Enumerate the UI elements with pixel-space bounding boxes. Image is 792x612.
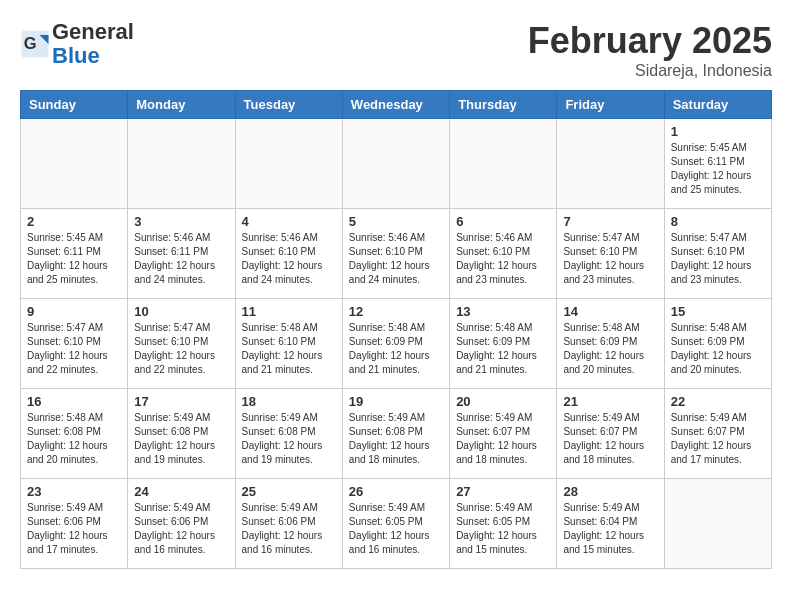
day-cell-16: 16Sunrise: 5:48 AM Sunset: 6:08 PM Dayli… — [21, 389, 128, 479]
day-number: 7 — [563, 214, 657, 229]
day-info: Sunrise: 5:49 AM Sunset: 6:07 PM Dayligh… — [671, 411, 765, 467]
day-info: Sunrise: 5:46 AM Sunset: 6:10 PM Dayligh… — [242, 231, 336, 287]
day-number: 20 — [456, 394, 550, 409]
day-info: Sunrise: 5:49 AM Sunset: 6:05 PM Dayligh… — [456, 501, 550, 557]
day-number: 4 — [242, 214, 336, 229]
logo: G General Blue — [20, 20, 134, 68]
day-info: Sunrise: 5:49 AM Sunset: 6:08 PM Dayligh… — [242, 411, 336, 467]
day-info: Sunrise: 5:49 AM Sunset: 6:05 PM Dayligh… — [349, 501, 443, 557]
day-cell-7: 7Sunrise: 5:47 AM Sunset: 6:10 PM Daylig… — [557, 209, 664, 299]
day-info: Sunrise: 5:48 AM Sunset: 6:09 PM Dayligh… — [456, 321, 550, 377]
day-info: Sunrise: 5:48 AM Sunset: 6:08 PM Dayligh… — [27, 411, 121, 467]
day-info: Sunrise: 5:49 AM Sunset: 6:06 PM Dayligh… — [242, 501, 336, 557]
day-number: 19 — [349, 394, 443, 409]
logo-icon: G — [20, 29, 50, 59]
day-number: 21 — [563, 394, 657, 409]
day-cell-4: 4Sunrise: 5:46 AM Sunset: 6:10 PM Daylig… — [235, 209, 342, 299]
day-number: 17 — [134, 394, 228, 409]
week-row-1: 1Sunrise: 5:45 AM Sunset: 6:11 PM Daylig… — [21, 119, 772, 209]
day-cell-8: 8Sunrise: 5:47 AM Sunset: 6:10 PM Daylig… — [664, 209, 771, 299]
day-cell-15: 15Sunrise: 5:48 AM Sunset: 6:09 PM Dayli… — [664, 299, 771, 389]
day-info: Sunrise: 5:48 AM Sunset: 6:09 PM Dayligh… — [349, 321, 443, 377]
week-row-4: 16Sunrise: 5:48 AM Sunset: 6:08 PM Dayli… — [21, 389, 772, 479]
day-number: 3 — [134, 214, 228, 229]
day-number: 9 — [27, 304, 121, 319]
weekday-header-wednesday: Wednesday — [342, 91, 449, 119]
day-number: 28 — [563, 484, 657, 499]
day-number: 8 — [671, 214, 765, 229]
week-row-5: 23Sunrise: 5:49 AM Sunset: 6:06 PM Dayli… — [21, 479, 772, 569]
empty-cell — [235, 119, 342, 209]
weekday-header-monday: Monday — [128, 91, 235, 119]
day-number: 18 — [242, 394, 336, 409]
week-row-2: 2Sunrise: 5:45 AM Sunset: 6:11 PM Daylig… — [21, 209, 772, 299]
day-cell-14: 14Sunrise: 5:48 AM Sunset: 6:09 PM Dayli… — [557, 299, 664, 389]
day-info: Sunrise: 5:47 AM Sunset: 6:10 PM Dayligh… — [134, 321, 228, 377]
day-cell-10: 10Sunrise: 5:47 AM Sunset: 6:10 PM Dayli… — [128, 299, 235, 389]
day-number: 16 — [27, 394, 121, 409]
day-info: Sunrise: 5:45 AM Sunset: 6:11 PM Dayligh… — [27, 231, 121, 287]
location-title: Sidareja, Indonesia — [528, 62, 772, 80]
day-number: 12 — [349, 304, 443, 319]
day-cell-21: 21Sunrise: 5:49 AM Sunset: 6:07 PM Dayli… — [557, 389, 664, 479]
empty-cell — [342, 119, 449, 209]
day-number: 14 — [563, 304, 657, 319]
day-info: Sunrise: 5:48 AM Sunset: 6:09 PM Dayligh… — [563, 321, 657, 377]
weekday-header-tuesday: Tuesday — [235, 91, 342, 119]
day-number: 11 — [242, 304, 336, 319]
svg-text:G: G — [24, 34, 37, 52]
day-cell-5: 5Sunrise: 5:46 AM Sunset: 6:10 PM Daylig… — [342, 209, 449, 299]
month-title: February 2025 — [528, 20, 772, 62]
day-number: 13 — [456, 304, 550, 319]
day-info: Sunrise: 5:46 AM Sunset: 6:10 PM Dayligh… — [349, 231, 443, 287]
day-cell-13: 13Sunrise: 5:48 AM Sunset: 6:09 PM Dayli… — [450, 299, 557, 389]
day-info: Sunrise: 5:46 AM Sunset: 6:10 PM Dayligh… — [456, 231, 550, 287]
day-number: 1 — [671, 124, 765, 139]
day-info: Sunrise: 5:49 AM Sunset: 6:06 PM Dayligh… — [134, 501, 228, 557]
day-cell-6: 6Sunrise: 5:46 AM Sunset: 6:10 PM Daylig… — [450, 209, 557, 299]
day-cell-27: 27Sunrise: 5:49 AM Sunset: 6:05 PM Dayli… — [450, 479, 557, 569]
logo-general-text: General — [52, 19, 134, 44]
title-block: February 2025 Sidareja, Indonesia — [528, 20, 772, 80]
day-info: Sunrise: 5:48 AM Sunset: 6:10 PM Dayligh… — [242, 321, 336, 377]
empty-cell — [128, 119, 235, 209]
day-number: 22 — [671, 394, 765, 409]
day-info: Sunrise: 5:49 AM Sunset: 6:07 PM Dayligh… — [456, 411, 550, 467]
logo-blue-text: Blue — [52, 43, 100, 68]
day-cell-1: 1Sunrise: 5:45 AM Sunset: 6:11 PM Daylig… — [664, 119, 771, 209]
day-cell-22: 22Sunrise: 5:49 AM Sunset: 6:07 PM Dayli… — [664, 389, 771, 479]
day-cell-24: 24Sunrise: 5:49 AM Sunset: 6:06 PM Dayli… — [128, 479, 235, 569]
day-cell-9: 9Sunrise: 5:47 AM Sunset: 6:10 PM Daylig… — [21, 299, 128, 389]
weekday-header-saturday: Saturday — [664, 91, 771, 119]
day-number: 27 — [456, 484, 550, 499]
day-cell-17: 17Sunrise: 5:49 AM Sunset: 6:08 PM Dayli… — [128, 389, 235, 479]
day-info: Sunrise: 5:47 AM Sunset: 6:10 PM Dayligh… — [27, 321, 121, 377]
empty-cell — [664, 479, 771, 569]
day-info: Sunrise: 5:49 AM Sunset: 6:07 PM Dayligh… — [563, 411, 657, 467]
day-number: 15 — [671, 304, 765, 319]
day-cell-12: 12Sunrise: 5:48 AM Sunset: 6:09 PM Dayli… — [342, 299, 449, 389]
day-number: 5 — [349, 214, 443, 229]
day-number: 2 — [27, 214, 121, 229]
day-cell-11: 11Sunrise: 5:48 AM Sunset: 6:10 PM Dayli… — [235, 299, 342, 389]
day-info: Sunrise: 5:49 AM Sunset: 6:08 PM Dayligh… — [349, 411, 443, 467]
day-info: Sunrise: 5:46 AM Sunset: 6:11 PM Dayligh… — [134, 231, 228, 287]
day-cell-23: 23Sunrise: 5:49 AM Sunset: 6:06 PM Dayli… — [21, 479, 128, 569]
day-cell-28: 28Sunrise: 5:49 AM Sunset: 6:04 PM Dayli… — [557, 479, 664, 569]
weekday-header-sunday: Sunday — [21, 91, 128, 119]
week-row-3: 9Sunrise: 5:47 AM Sunset: 6:10 PM Daylig… — [21, 299, 772, 389]
day-number: 10 — [134, 304, 228, 319]
empty-cell — [450, 119, 557, 209]
weekday-header-thursday: Thursday — [450, 91, 557, 119]
day-info: Sunrise: 5:45 AM Sunset: 6:11 PM Dayligh… — [671, 141, 765, 197]
calendar-table: SundayMondayTuesdayWednesdayThursdayFrid… — [20, 90, 772, 569]
page-header: G General Blue February 2025 Sidareja, I… — [20, 20, 772, 80]
day-number: 26 — [349, 484, 443, 499]
day-cell-25: 25Sunrise: 5:49 AM Sunset: 6:06 PM Dayli… — [235, 479, 342, 569]
day-cell-26: 26Sunrise: 5:49 AM Sunset: 6:05 PM Dayli… — [342, 479, 449, 569]
day-info: Sunrise: 5:49 AM Sunset: 6:04 PM Dayligh… — [563, 501, 657, 557]
day-number: 25 — [242, 484, 336, 499]
empty-cell — [557, 119, 664, 209]
weekday-header-friday: Friday — [557, 91, 664, 119]
day-cell-19: 19Sunrise: 5:49 AM Sunset: 6:08 PM Dayli… — [342, 389, 449, 479]
